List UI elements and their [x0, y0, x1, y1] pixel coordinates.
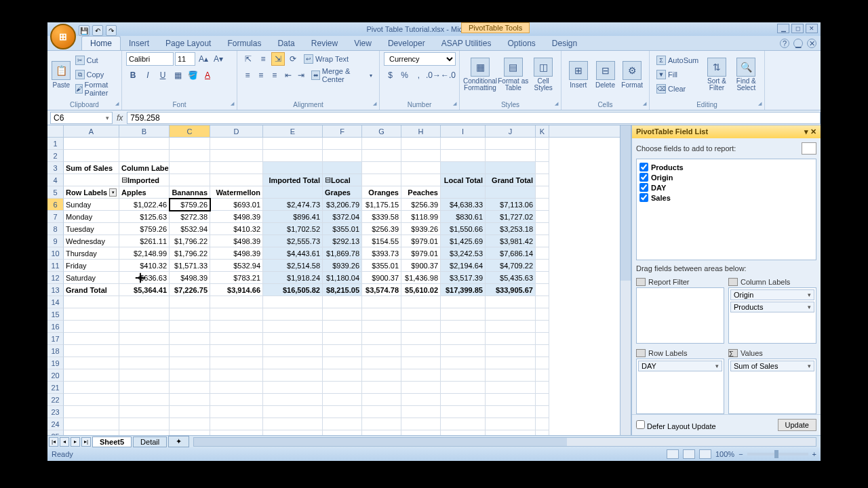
cell[interactable]	[170, 382, 210, 394]
fx-icon[interactable]: fx	[117, 113, 123, 123]
cell[interactable]	[263, 357, 323, 369]
number-format-select[interactable]: Currency	[384, 52, 456, 66]
cell[interactable]	[210, 418, 263, 430]
cell[interactable]	[536, 211, 549, 223]
border-button[interactable]: ▦	[171, 68, 184, 82]
cell[interactable]	[486, 138, 536, 150]
cell[interactable]: $372.04	[323, 211, 362, 223]
cell[interactable]	[64, 138, 119, 150]
cell[interactable]	[323, 369, 362, 382]
cell[interactable]: $939.26	[401, 223, 441, 235]
cell[interactable]	[536, 260, 549, 272]
cell[interactable]: $3,914.66	[210, 284, 263, 296]
sheet-tab-new[interactable]: ✦	[168, 436, 189, 447]
sheet-nav-prev[interactable]: ◂	[60, 437, 69, 447]
cell[interactable]	[170, 357, 210, 369]
bold-button[interactable]: B	[126, 68, 140, 82]
cell[interactable]	[536, 199, 549, 211]
cell[interactable]	[401, 406, 441, 418]
cell[interactable]	[536, 296, 549, 308]
cell[interactable]: $272.38	[170, 211, 210, 223]
cell[interactable]	[64, 333, 119, 345]
cell[interactable]	[401, 357, 441, 369]
cell[interactable]	[263, 308, 323, 321]
tab-home[interactable]: Home	[81, 36, 121, 50]
prod-watermellon[interactable]: Watermellon	[210, 186, 263, 199]
fill-button[interactable]: ▼Fill	[654, 68, 701, 81]
cell[interactable]: $498.39	[210, 235, 263, 247]
underline-button[interactable]: U	[156, 68, 170, 82]
field-list-fields[interactable]: Products Origin DAY Sales	[636, 159, 816, 260]
view-pagebreak-icon[interactable]	[699, 449, 711, 459]
cell[interactable]	[210, 174, 263, 186]
cell[interactable]	[210, 308, 263, 321]
cell[interactable]: $118.99	[401, 211, 441, 223]
cell[interactable]: $939.26	[323, 260, 362, 272]
cell[interactable]	[64, 174, 119, 186]
pivot-measure[interactable]: Sum of Sales	[64, 162, 119, 174]
cell[interactable]	[486, 418, 536, 430]
cell[interactable]: $154.55	[362, 235, 401, 247]
cell[interactable]	[536, 430, 549, 435]
day-label[interactable]: Saturday	[64, 272, 119, 284]
cell[interactable]	[119, 418, 170, 430]
format-painter-button[interactable]: 🖌Format Painter	[73, 82, 117, 96]
cell[interactable]	[119, 296, 170, 308]
insert-cells-button[interactable]: ⊞Insert	[566, 52, 591, 97]
cell[interactable]	[401, 138, 441, 150]
cell[interactable]: $2,555.73	[263, 235, 323, 247]
cell[interactable]	[210, 394, 263, 406]
cell[interactable]	[441, 186, 486, 199]
cell[interactable]	[441, 333, 486, 345]
row-header[interactable]: 5	[47, 186, 64, 199]
cell[interactable]	[64, 357, 119, 369]
cell[interactable]: $410.32	[119, 260, 170, 272]
cell[interactable]: $498.39	[210, 247, 263, 260]
cell[interactable]	[441, 308, 486, 321]
find-select-button[interactable]: 🔍Find & Select	[732, 52, 760, 97]
day-label[interactable]: Thursday	[64, 247, 119, 260]
cell[interactable]: $1,175.15	[362, 199, 401, 211]
cell[interactable]: $896.41	[263, 211, 323, 223]
day-label[interactable]: Tuesday	[64, 223, 119, 235]
paste-button[interactable]: 📋Paste	[52, 52, 71, 97]
cell[interactable]	[170, 321, 210, 333]
cell[interactable]	[323, 406, 362, 418]
cell[interactable]	[170, 394, 210, 406]
merge-center-button[interactable]: ⬌Merge & Center▾	[309, 68, 375, 82]
cell[interactable]	[263, 186, 323, 199]
cell[interactable]	[64, 406, 119, 418]
cell[interactable]	[362, 162, 401, 174]
vertical-scrollbar[interactable]	[620, 125, 631, 435]
cell[interactable]	[441, 406, 486, 418]
qat-undo-icon[interactable]: ↶	[92, 25, 103, 36]
field-checkbox-sales[interactable]: Sales	[639, 192, 813, 203]
cell[interactable]	[362, 382, 401, 394]
cell[interactable]	[119, 369, 170, 382]
align-center-icon[interactable]: ≡	[255, 68, 267, 82]
cell[interactable]: $125.63	[119, 211, 170, 223]
grow-font-icon[interactable]: A▴	[197, 52, 210, 66]
cell[interactable]: $3,574.78	[362, 284, 401, 296]
row-header[interactable]: 3	[47, 162, 64, 174]
cell[interactable]	[210, 430, 263, 435]
cell[interactable]	[119, 430, 170, 435]
cell[interactable]	[170, 174, 210, 186]
qat-redo-icon[interactable]: ↷	[106, 25, 117, 36]
cell[interactable]	[486, 430, 536, 435]
cell[interactable]	[536, 138, 549, 150]
prod-banannas[interactable]: Banannas	[170, 186, 210, 199]
cell[interactable]: $1,550.66	[441, 223, 486, 235]
group-imported[interactable]: ⊟ Imported	[119, 174, 170, 186]
font-name-select[interactable]	[126, 52, 174, 66]
cell[interactable]: $393.73	[362, 247, 401, 260]
cell[interactable]	[119, 345, 170, 357]
align-right-icon[interactable]: ≡	[269, 68, 281, 82]
cell[interactable]	[170, 138, 210, 150]
cell[interactable]	[441, 296, 486, 308]
cell[interactable]	[64, 418, 119, 430]
view-layout-icon[interactable]	[683, 449, 695, 459]
wrap-text-button[interactable]: ↩Wrap Text	[301, 52, 351, 66]
horizontal-scrollbar[interactable]	[193, 437, 816, 447]
cell[interactable]	[119, 357, 170, 369]
